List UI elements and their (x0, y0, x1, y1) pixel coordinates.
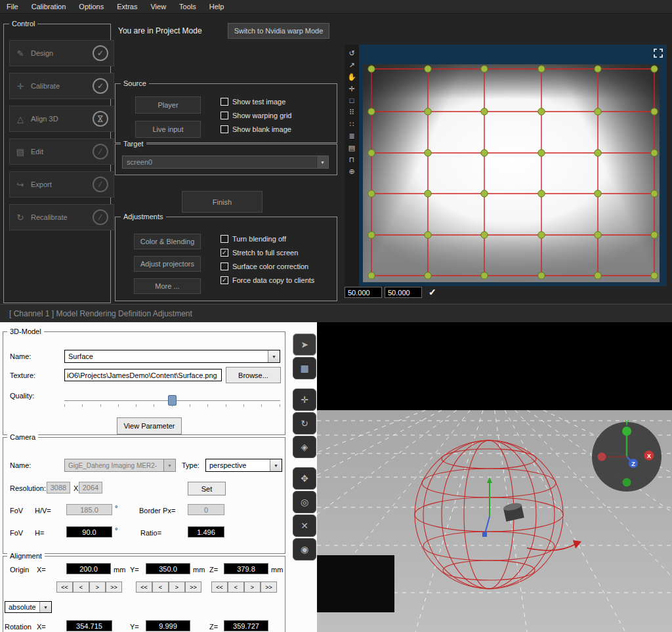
quality-slider[interactable] (64, 395, 280, 410)
origin-x-step-fwd-fast[interactable]: >> (106, 581, 122, 593)
rotation-y-field[interactable]: 9.999 (146, 620, 190, 631)
align-3d-icon: △ (15, 114, 26, 124)
target-screen-dropdown[interactable]: screen0 ▼ (122, 156, 329, 169)
chevron-down-icon[interactable]: ▼ (268, 350, 280, 362)
pointer-icon[interactable]: ↗ (348, 62, 354, 69)
origin-z-step-fwd[interactable]: > (244, 581, 261, 593)
visibility-button[interactable]: ◉ (293, 538, 316, 560)
alignment-mode-dropdown[interactable]: absolute ▼ (5, 601, 52, 613)
camera-type-dropdown[interactable]: perspective ▼ (205, 459, 282, 472)
switch-nvidia-warp-button[interactable]: Switch to Nvidia warp Mode (228, 23, 329, 39)
origin-z-step-back-fast[interactable]: << (211, 581, 228, 593)
add-points-icon[interactable]: ∷ (350, 121, 354, 128)
checkbox-show-blank-image[interactable]: Show blank image (220, 125, 291, 134)
model-name-dropdown[interactable]: Surface ▼ (64, 350, 280, 363)
origin-x-step-fwd[interactable]: > (89, 581, 106, 593)
pan-view-button[interactable]: ✥ (293, 467, 316, 490)
recalibrate-status-icon: ∕ (93, 209, 108, 225)
globe-icon[interactable]: ⊕ (348, 168, 354, 175)
row-points-icon[interactable]: ≣ (348, 133, 354, 140)
calibrate-status-icon: ✓ (93, 78, 108, 94)
checkbox-show-warping-grid[interactable]: Show warping grid (220, 111, 292, 120)
origin-z-label: Z= (209, 566, 218, 574)
menu-view[interactable]: View (144, 3, 173, 11)
live-input-button[interactable]: Live input (135, 121, 201, 138)
edit-button[interactable]: ▤ Edit ∕ (9, 138, 114, 165)
origin-z-step-back[interactable]: < (228, 581, 244, 593)
menu-help[interactable]: Help (203, 3, 231, 11)
texture-path-input[interactable]: iO6\Projects\JamesDemo\Content\Surface.p… (64, 369, 222, 381)
origin-z-step-fwd-fast[interactable]: >> (261, 581, 277, 593)
more-button[interactable]: More ... (134, 278, 201, 294)
select-rect-icon[interactable]: □ (350, 97, 354, 104)
chevron-down-icon[interactable]: ▼ (270, 459, 282, 471)
origin-y-step-back-fast[interactable]: << (136, 581, 152, 593)
rotation-z-field[interactable]: 359.727 (224, 620, 268, 631)
design-button[interactable]: ✎ Design ✓ (9, 40, 114, 66)
checkbox-box-checked: ✓ (220, 276, 228, 284)
fov-h-field[interactable]: 90.0 (66, 526, 112, 537)
grid-pos-y-field[interactable]: 50.000 (385, 287, 422, 298)
menu-extras[interactable]: Extras (110, 3, 144, 11)
gizmo-z-label: Z (631, 461, 635, 467)
origin-y-step-back[interactable]: < (152, 581, 169, 593)
export-button[interactable]: ↪ Export ∕ (9, 171, 114, 198)
undo-icon[interactable]: ↺ (348, 50, 354, 57)
rotate-tool-button[interactable]: ↻ (293, 412, 316, 434)
scale-tool-button[interactable]: ◈ (293, 436, 316, 458)
fullscreen-icon[interactable] (653, 48, 663, 58)
origin-x-step-back-fast[interactable]: << (56, 581, 73, 593)
pan-icon: ✥ (301, 473, 308, 484)
checkbox-stretch-full-screen[interactable]: ✓ Stretch to full screen (220, 248, 298, 257)
origin-x-field[interactable]: 200.0 (66, 563, 111, 574)
confirm-check-icon[interactable]: ✓ (429, 287, 436, 297)
menu-calibration[interactable]: Calibration (25, 3, 73, 11)
design-button-label: Design (31, 49, 53, 57)
preview-canvas[interactable] (359, 45, 667, 286)
checkbox-show-test-image[interactable]: Show test image (220, 97, 285, 106)
adjust-projectors-button[interactable]: Adjust projectors (134, 256, 201, 272)
magnet-icon[interactable]: ⊓ (349, 156, 355, 163)
move-points-icon[interactable]: ✛ (348, 85, 354, 93)
menu-options[interactable]: Options (72, 3, 110, 11)
rotation-x-field[interactable]: 354.715 (66, 620, 112, 631)
browse-button[interactable]: Browse... (226, 367, 281, 383)
calibrate-button[interactable]: ✛ Calibrate ✓ (9, 73, 114, 99)
viewport-layout-button[interactable]: ▦ (293, 357, 316, 379)
viewport-3d[interactable]: Y X Z (317, 322, 672, 632)
finish-button[interactable]: Finish (182, 191, 262, 213)
slider-thumb[interactable] (168, 395, 177, 406)
pan-hand-icon[interactable]: ✋ (347, 74, 356, 81)
grid-dots-icon[interactable]: ⠿ (349, 109, 354, 116)
origin-y-step-fwd[interactable]: > (169, 581, 185, 593)
layers-icon[interactable]: ▤ (348, 144, 355, 152)
checkbox-turn-blending-off[interactable]: Turn blending off (220, 234, 286, 243)
menu-file[interactable]: File (0, 3, 25, 11)
fov-label: FoV (10, 529, 23, 537)
warp-grid-overlay[interactable] (359, 45, 667, 286)
move-tool-button[interactable]: ✛ (293, 389, 316, 411)
align-3d-button[interactable]: △ Align 3D ⋈ (9, 106, 114, 132)
checkbox-surface-color-correction[interactable]: Surface color correction (220, 262, 308, 271)
chevron-down-icon[interactable]: ▼ (316, 156, 328, 168)
color-blending-button[interactable]: Color & Blending (134, 234, 201, 249)
adjustments-group: Adjustments Color & Blending Adjust proj… (115, 217, 337, 301)
origin-y-step-fwd-fast[interactable]: >> (185, 581, 201, 593)
view-parameter-button[interactable]: View Parameter (117, 417, 182, 434)
origin-x-step-back[interactable]: < (73, 581, 89, 593)
chevron-down-icon[interactable]: ▼ (39, 602, 51, 612)
checkbox-force-data-copy[interactable]: ✓ Force data copy to clients (220, 276, 314, 285)
checkbox-box (220, 125, 228, 133)
orbit-view-button[interactable]: ◎ (293, 491, 316, 513)
player-button[interactable]: Player (135, 96, 201, 114)
origin-y-field[interactable]: 350.0 (146, 563, 190, 574)
camera-group-title: Camera (7, 433, 38, 441)
select-tool-button[interactable]: ➤ (293, 333, 316, 356)
grid-pos-x-field[interactable]: 50.000 (345, 287, 382, 298)
ratio-field[interactable]: 1.496 (188, 526, 224, 537)
menu-tools[interactable]: Tools (173, 3, 203, 11)
zoom-view-button[interactable]: ✕ (293, 515, 316, 537)
set-button[interactable]: Set (188, 482, 226, 495)
origin-z-field[interactable]: 379.8 (224, 563, 268, 574)
recalibrate-button[interactable]: ↻ Recalibrate ∕ (9, 204, 114, 230)
